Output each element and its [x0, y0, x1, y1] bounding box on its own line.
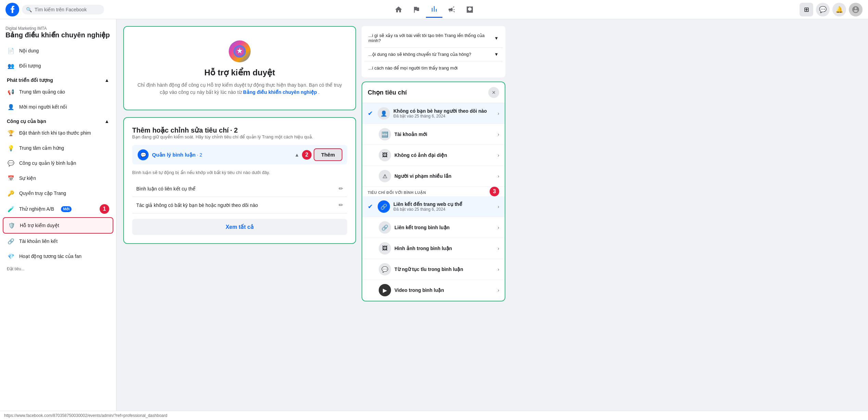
sidebar-item-comment-tools[interactable]: 💬 Công cụ quản lý bình luận — [3, 156, 113, 171]
comment-chevron-4: › — [498, 287, 499, 293]
events-icon: 📅 — [7, 174, 15, 182]
sidebar-item-access[interactable]: 🔑 Quyền truy cập Trang — [3, 186, 113, 201]
tool-name: Quản lý bình luận — [152, 152, 196, 158]
criteria-item-1: Tác giả không có bất kỳ bạn bè hoặc ngườ… — [132, 197, 347, 213]
comment-chevron-0: › — [498, 204, 499, 209]
center-panel: Hỗ trợ kiểm duyệt Chỉ định hành động để … — [123, 26, 356, 413]
sidebar-item-inspiration-label: Trung tâm cảm hứng — [19, 145, 64, 151]
audience-icon: 👥 — [7, 62, 15, 70]
set-default-label: Đặt tiêu... — [3, 264, 113, 274]
nav-right: ⊞ 💬 🔔 — [800, 3, 863, 16]
dialog-item-no-avatar[interactable]: 🖼 Không có ảnh đại diện › — [362, 145, 505, 166]
profile-avatar[interactable] — [849, 3, 863, 16]
faq-text-1: ...ội dung nào sẽ không chuyển từ Trang … — [368, 52, 471, 57]
sidebar-item-ads[interactable]: 📢 Trung tâm quảng cáo — [3, 84, 113, 99]
search-input[interactable] — [35, 7, 100, 12]
url-bar: https://www.facebook.com/870358750030002… — [0, 411, 868, 420]
notification-button[interactable]: 🔔 — [832, 3, 846, 16]
nav-video-button[interactable] — [462, 1, 478, 18]
add-criteria-button[interactable]: Thêm — [314, 149, 342, 160]
linked-accounts-icon: 🔗 — [7, 237, 15, 245]
sidebar-item-inspiration[interactable]: 💡 Trung tâm cảm hứng — [3, 140, 113, 156]
brand-subtitle: Digital Marketing IMTA — [5, 26, 111, 31]
ab-test-icon: 🧪 — [7, 205, 15, 213]
main-layout: Digital Marketing IMTA Bảng điều khiển c… — [0, 19, 868, 420]
repeat-violator-name: Người vi phạm nhiều lần — [394, 173, 451, 179]
sidebar-item-events[interactable]: 📅 Sự kiện — [3, 171, 113, 186]
repeat-violator-icon: ⚠ — [379, 170, 391, 182]
dialog-comment-item-link[interactable]: 🔗 Liên kết trong bình luận — [362, 217, 505, 238]
sidebar-item-invite[interactable]: 👤 Mời mọi người kết nối — [3, 99, 113, 114]
nav-megaphone-button[interactable] — [444, 1, 460, 18]
sidebar-item-content[interactable]: 📄 Nội dung — [3, 43, 113, 58]
no-avatar-icon: 🖼 — [379, 149, 391, 161]
messenger-button[interactable]: 💬 — [816, 3, 830, 16]
sidebar-item-ab-label: Thử nghiệm A/B — [19, 206, 54, 212]
profanity-icon: 💬 — [379, 263, 391, 275]
new-badge: Mới — [61, 206, 72, 212]
comment-image-name: Hình ảnh trong bình luận — [394, 246, 452, 251]
nav-home-button[interactable] — [390, 1, 407, 18]
dialog-item-no-followers[interactable]: ✔ 👤 Không có bạn bè hay người theo dõi n… — [362, 103, 505, 124]
nav-left: 🔍 — [5, 3, 104, 16]
edit-icon-0[interactable]: ✏ — [339, 185, 343, 192]
sidebar-item-moderation[interactable]: 🛡️ Hỗ trợ kiểm duyệt — [3, 217, 113, 234]
checked-comment-icon-0: ✔ — [368, 203, 373, 210]
dialog-comment-item-profanity[interactable]: 💬 Từ ngữ tục tĩu trong bình luận › — [362, 259, 505, 280]
sidebar-item-invite-label: Mời mọi người kết nối — [19, 104, 67, 110]
faq-section: ...i gì sẽ xảy ra với bài viết tôi tạo t… — [362, 26, 505, 77]
faq-item-2[interactable]: ...i cách nào để mọi người tìm thấy tran… — [364, 61, 503, 75]
section-title-grow[interactable]: Phát triển đối tượng ▲ — [3, 73, 113, 84]
criteria-tool-row: 💬 Quản lý bình luận · 2 ▲ 2 Thêm — [132, 145, 347, 164]
moderation-desc: Chỉ định hành động để công cụ Hỗ trợ kiể… — [135, 82, 344, 96]
faq-item-0[interactable]: ...i gì sẽ xảy ra với bài viết tôi tạo t… — [364, 29, 503, 48]
tool-icon: 💬 — [138, 149, 149, 160]
nav-flag-button[interactable] — [408, 1, 425, 18]
fan-activity-icon: 💎 — [7, 252, 15, 260]
facebook-logo — [5, 3, 19, 16]
sidebar-item-ab-test[interactable]: 🧪 Thử nghiệm A/B Mới 1 — [3, 201, 113, 217]
comment-chevron-1: › — [498, 225, 499, 230]
sidebar-item-fan-activity-label: Hoạt động tương tác của fan — [19, 254, 81, 259]
dialog-comment-item-video[interactable]: ▶ Video trong bình luận › — [362, 280, 505, 301]
professional-dashboard-link[interactable]: Bảng điều khiển chuyên nghiệp — [243, 89, 317, 95]
dialog-comment-item-link-web[interactable]: ✔ 🔗 Liên kết đến trang web cụ thể Đã bật… — [362, 196, 505, 217]
comment-video-name: Video trong bình luận — [394, 287, 444, 293]
edit-icon-1[interactable]: ✏ — [339, 202, 343, 208]
dialog-comment-item-image[interactable]: 🖼 Hình ảnh trong bình luận › — [362, 238, 505, 259]
section-title-tools[interactable]: Công cụ của bạn ▲ — [3, 114, 113, 125]
sidebar-item-reel[interactable]: 🏆 Đặt thành tích khi tạo thước phim — [3, 125, 113, 140]
brand-title: Bảng điều khiển chuyên nghiệp — [5, 31, 111, 39]
chevron-1: › — [498, 132, 499, 137]
search-box[interactable]: 🔍 — [22, 5, 104, 14]
inspiration-icon: 💡 — [7, 144, 15, 152]
dialog-item-repeat-violator[interactable]: ⚠ Người vi phạm nhiều lần › — [362, 166, 505, 187]
new-account-name: Tài khoản mới — [394, 132, 427, 137]
dialog-item-new-account[interactable]: 🆕 Tài khoản mới › — [362, 124, 505, 145]
sidebar-item-access-label: Quyền truy cập Trang — [19, 190, 66, 196]
annotation-3: 3 — [490, 187, 499, 196]
faq-item-1[interactable]: ...ội dung nào sẽ không chuyển từ Trang … — [364, 48, 503, 61]
view-all-button[interactable]: Xem tất cả — [132, 219, 347, 235]
no-followers-date: Đã bật vào 25 tháng 6, 2024 — [393, 114, 487, 119]
no-followers-name: Không có bạn bè hay người theo dõi nào — [393, 108, 487, 114]
sidebar-item-audience-label: Đối tượng — [19, 63, 41, 69]
sidebar-item-reel-label: Đặt thành tích khi tạo thước phim — [19, 130, 91, 136]
sidebar-item-fan-activity[interactable]: 💎 Hoạt động tương tác của fan — [3, 249, 113, 264]
dialog-close-button[interactable]: × — [488, 87, 499, 98]
annotation-1: 1 — [100, 204, 109, 214]
tool-left: 💬 Quản lý bình luận · 2 — [138, 149, 202, 160]
annotation-2: 2 — [302, 150, 312, 160]
sidebar-item-ads-label: Trung tâm quảng cáo — [19, 89, 65, 95]
comment-link-icon: 🔗 — [379, 221, 391, 234]
grid-button[interactable]: ⊞ — [800, 3, 813, 16]
no-followers-icon: 👤 — [378, 107, 390, 120]
sidebar-item-audience[interactable]: 👥 Đối tượng — [3, 58, 113, 73]
dialog-title: Chọn tiêu chí — [368, 89, 407, 96]
nav-chart-button[interactable] — [426, 1, 442, 18]
sidebar-item-comment-tools-label: Công cụ quản lý bình luận — [19, 160, 76, 166]
moderation-title: Hỗ trợ kiểm duyệt — [135, 68, 344, 77]
sidebar-item-linked-accounts[interactable]: 🔗 Tài khoản liên kết — [3, 234, 113, 249]
nav-center — [390, 1, 478, 18]
main-content: Hỗ trợ kiểm duyệt Chỉ định hành động để … — [116, 19, 868, 420]
